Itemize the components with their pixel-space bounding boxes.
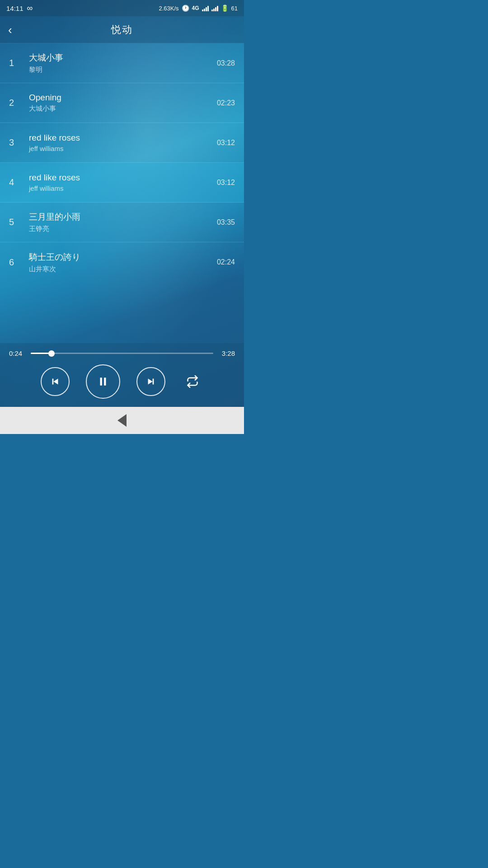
- song-info: red like roses jeff williams: [25, 173, 212, 192]
- song-item-5[interactable]: 5 三月里的小雨 王铮亮 03:35: [0, 203, 244, 242]
- pause-button[interactable]: [86, 364, 120, 399]
- battery-icon: 🔋: [221, 5, 229, 12]
- status-time: 14:11: [6, 5, 23, 12]
- progress-thumb: [48, 350, 55, 357]
- song-duration: 02:23: [217, 99, 235, 107]
- song-item-3[interactable]: 3 red like roses jeff williams 03:12: [0, 123, 244, 163]
- song-info: Opening 大城小事: [25, 93, 212, 113]
- svg-rect-5: [153, 379, 154, 385]
- song-list: 1 大城小事 黎明 03:28 2 Opening 大城小事 02:23 3 r…: [0, 43, 244, 282]
- song-number: 2: [9, 98, 25, 108]
- song-duration: 03:12: [217, 139, 235, 147]
- song-artist: 王铮亮: [29, 225, 212, 233]
- back-button[interactable]: ‹: [8, 24, 12, 36]
- song-info: red like roses jeff williams: [25, 133, 212, 152]
- song-title: red like roses: [29, 173, 212, 183]
- page-title: 悦动: [111, 23, 133, 37]
- infinity-icon: ∞: [27, 4, 33, 13]
- progress-row: 0:24 3:28: [9, 349, 235, 357]
- playback-controls: [9, 364, 235, 402]
- next-button[interactable]: [136, 367, 165, 396]
- back-icon: ‹: [8, 23, 12, 37]
- song-number: 1: [9, 58, 25, 68]
- song-artist: 大城小事: [29, 104, 212, 113]
- song-title: Opening: [29, 93, 212, 103]
- svg-rect-3: [104, 377, 106, 385]
- clock-icon: 🕐: [182, 5, 189, 12]
- song-title: 大城小事: [29, 52, 212, 64]
- song-info: 騎士王の誇り 山井寒次: [25, 251, 212, 274]
- progress-bar[interactable]: [31, 353, 213, 354]
- player-area: 0:24 3:28: [0, 343, 244, 407]
- system-back-icon[interactable]: [117, 414, 127, 427]
- song-info: 三月里的小雨 王铮亮: [25, 211, 212, 233]
- svg-marker-4: [148, 379, 153, 385]
- svg-marker-0: [53, 379, 58, 385]
- song-title: red like roses: [29, 133, 212, 143]
- song-artist: 山井寒次: [29, 265, 212, 274]
- song-title: 騎士王の誇り: [29, 251, 212, 263]
- song-item-1[interactable]: 1 大城小事 黎明 03:28: [0, 43, 244, 83]
- signal-icon: [202, 5, 209, 11]
- song-number: 6: [9, 257, 25, 268]
- song-item-2[interactable]: 2 Opening 大城小事 02:23: [0, 83, 244, 123]
- song-duration: 03:35: [217, 218, 235, 226]
- signal-icon-2: [211, 5, 218, 11]
- song-duration: 02:24: [217, 258, 235, 266]
- song-info: 大城小事 黎明: [25, 52, 212, 74]
- song-title: 三月里的小雨: [29, 211, 212, 223]
- network-icon: 4G: [192, 5, 199, 11]
- header: ‹ 悦动: [0, 16, 244, 43]
- song-artist: 黎明: [29, 66, 212, 74]
- song-artist: jeff williams: [29, 184, 212, 192]
- song-duration: 03:12: [217, 179, 235, 187]
- song-artist: jeff williams: [29, 145, 212, 152]
- repeat-button[interactable]: [182, 371, 203, 392]
- battery-level: 61: [231, 5, 238, 12]
- song-item-6[interactable]: 6 騎士王の誇り 山井寒次 02:24: [0, 242, 244, 282]
- song-number: 5: [9, 217, 25, 227]
- network-speed: 2.63K/s: [159, 5, 178, 12]
- system-nav-bar: [0, 407, 244, 434]
- status-bar: 14:11 ∞ 2.63K/s 🕐 4G 🔋 61: [0, 0, 244, 16]
- svg-rect-2: [100, 377, 102, 385]
- total-time: 3:28: [219, 349, 235, 357]
- song-item-4[interactable]: 4 red like roses jeff williams 03:12: [0, 163, 244, 203]
- song-number: 3: [9, 137, 25, 148]
- progress-fill: [31, 353, 52, 354]
- svg-rect-1: [52, 379, 54, 385]
- prev-button[interactable]: [41, 367, 70, 396]
- song-number: 4: [9, 177, 25, 188]
- song-duration: 03:28: [217, 59, 235, 67]
- current-time: 0:24: [9, 349, 25, 357]
